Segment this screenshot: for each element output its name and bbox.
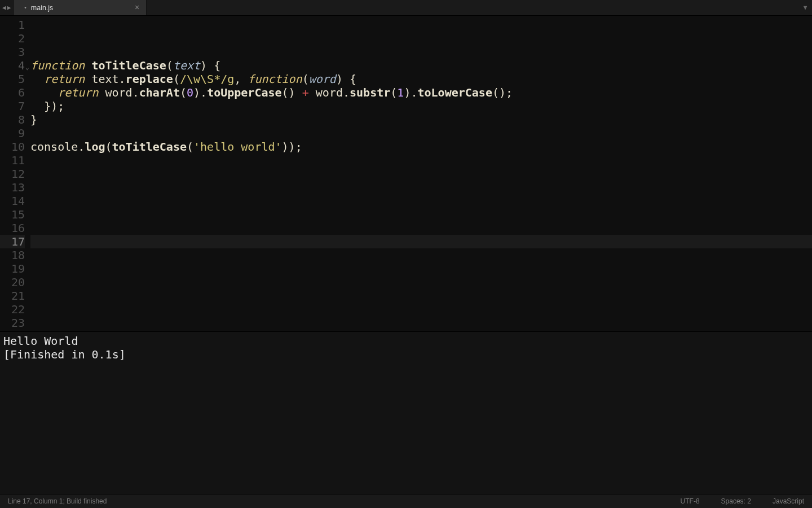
- line-number[interactable]: 6: [0, 86, 25, 99]
- nav-forward-icon[interactable]: ▶: [7, 4, 11, 11]
- tab-nav-arrows: ◀ ▶: [0, 0, 14, 15]
- line-number[interactable]: 17: [0, 235, 25, 248]
- code-line[interactable]: [30, 208, 812, 221]
- code-area[interactable]: function toTitleCase(text) { return text…: [30, 16, 812, 331]
- code-line[interactable]: console.log(toTitleCase('hello world'));: [30, 140, 812, 154]
- tab-main-js[interactable]: • main.js ×: [14, 0, 147, 15]
- nav-back-icon[interactable]: ◀: [2, 4, 6, 11]
- line-number[interactable]: 14: [0, 194, 25, 208]
- line-number[interactable]: 18: [0, 248, 25, 262]
- tabbar-spacer: [147, 0, 798, 15]
- code-line[interactable]: [30, 194, 812, 208]
- line-number[interactable]: 19: [0, 262, 25, 275]
- line-number[interactable]: 4⌄: [0, 59, 25, 72]
- tab-title: main.js: [31, 4, 54, 12]
- code-line[interactable]: [30, 289, 812, 303]
- code-editor[interactable]: 1234⌄567891011121314151617181920212223 f…: [0, 16, 812, 331]
- code-line[interactable]: [30, 248, 812, 262]
- code-line[interactable]: return word.charAt(0).toUpperCase() + wo…: [30, 86, 812, 99]
- code-line[interactable]: [30, 262, 812, 275]
- code-line[interactable]: [30, 181, 812, 194]
- line-number[interactable]: 9: [0, 126, 25, 140]
- status-encoding[interactable]: UTF-8: [681, 497, 700, 505]
- line-number[interactable]: 2: [0, 32, 25, 45]
- code-line[interactable]: }: [30, 113, 812, 126]
- code-line[interactable]: [30, 18, 812, 32]
- status-bar: Line 17, Column 1; Build finished UTF-8 …: [0, 494, 812, 508]
- tab-overflow-menu-icon[interactable]: ▼: [798, 0, 812, 15]
- line-number[interactable]: 20: [0, 275, 25, 289]
- line-number[interactable]: 1: [0, 18, 25, 32]
- console-line: Hello World: [3, 334, 809, 348]
- code-line[interactable]: [30, 126, 812, 140]
- code-line[interactable]: [30, 154, 812, 167]
- line-number[interactable]: 15: [0, 208, 25, 221]
- status-syntax[interactable]: JavaScript: [773, 497, 804, 505]
- line-number[interactable]: 7: [0, 99, 25, 113]
- line-number-gutter[interactable]: 1234⌄567891011121314151617181920212223: [0, 16, 30, 331]
- code-line[interactable]: return text.replace(/\w\S*/g, function(w…: [30, 72, 812, 86]
- code-line[interactable]: function toTitleCase(text) {: [30, 59, 812, 72]
- line-number[interactable]: 16: [0, 221, 25, 235]
- line-number[interactable]: 22: [0, 303, 25, 316]
- code-line[interactable]: [30, 316, 812, 330]
- code-line[interactable]: [30, 235, 812, 248]
- line-number[interactable]: 10: [0, 140, 25, 154]
- console-line: [Finished in 0.1s]: [3, 348, 809, 361]
- line-number[interactable]: 8: [0, 113, 25, 126]
- line-number[interactable]: 5: [0, 72, 25, 86]
- line-number[interactable]: 21: [0, 289, 25, 303]
- line-number[interactable]: 23: [0, 316, 25, 330]
- tab-close-icon[interactable]: ×: [135, 3, 139, 12]
- code-line[interactable]: [30, 167, 812, 181]
- tab-dirty-indicator-icon: •: [24, 5, 27, 11]
- code-line[interactable]: [30, 275, 812, 289]
- code-line[interactable]: [30, 303, 812, 316]
- code-line[interactable]: [30, 32, 812, 45]
- build-output-panel[interactable]: Hello World[Finished in 0.1s]: [0, 331, 812, 494]
- code-line[interactable]: });: [30, 99, 812, 113]
- status-cursor-position[interactable]: Line 17, Column 1; Build finished: [8, 497, 659, 505]
- line-number[interactable]: 11: [0, 154, 25, 167]
- tab-bar: ◀ ▶ • main.js × ▼: [0, 0, 812, 16]
- status-indentation[interactable]: Spaces: 2: [721, 497, 751, 505]
- line-number[interactable]: 3: [0, 45, 25, 59]
- code-line[interactable]: [30, 221, 812, 235]
- fold-caret-icon[interactable]: ⌄: [25, 60, 29, 74]
- line-number[interactable]: 12: [0, 167, 25, 181]
- code-line[interactable]: [30, 45, 812, 59]
- line-number[interactable]: 13: [0, 181, 25, 194]
